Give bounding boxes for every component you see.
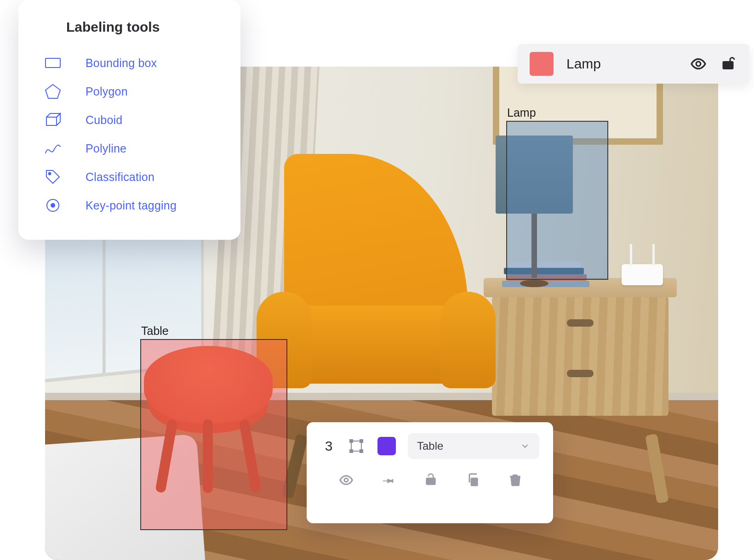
delete-button[interactable] bbox=[506, 471, 525, 489]
bbox-label: Table bbox=[141, 324, 169, 338]
polygon-icon bbox=[43, 82, 63, 101]
class-select[interactable]: Table bbox=[408, 433, 539, 459]
class-name: Lamp bbox=[566, 56, 677, 72]
lock-toggle[interactable] bbox=[720, 55, 737, 73]
tool-polyline[interactable]: Polyline bbox=[43, 134, 217, 163]
svg-rect-9 bbox=[350, 450, 353, 453]
tool-label: Key-point tagging bbox=[86, 199, 177, 212]
svg-marker-1 bbox=[46, 85, 60, 98]
class-select-value: Table bbox=[417, 440, 443, 453]
bounding-box-type-icon bbox=[347, 437, 366, 455]
svg-rect-12 bbox=[471, 478, 478, 486]
visibility-toggle[interactable] bbox=[690, 55, 707, 73]
bbox-label: Lamp bbox=[507, 106, 536, 119]
tool-polygon[interactable]: Polygon bbox=[43, 77, 217, 106]
svg-point-2 bbox=[49, 173, 51, 175]
tool-cuboid[interactable]: Cuboid bbox=[43, 106, 217, 134]
svg-rect-0 bbox=[46, 58, 60, 68]
tool-label: Cuboid bbox=[86, 113, 122, 127]
tool-keypoint[interactable]: Key-point tagging bbox=[43, 191, 217, 220]
svg-point-11 bbox=[344, 478, 348, 482]
svg-point-4 bbox=[51, 203, 55, 208]
cuboid-icon bbox=[43, 110, 63, 130]
scene-router bbox=[622, 264, 663, 285]
visibility-button[interactable] bbox=[337, 471, 355, 489]
chevron-down-icon bbox=[520, 441, 530, 451]
bbox-table[interactable]: Table bbox=[140, 339, 287, 530]
scene-armchair bbox=[257, 154, 496, 448]
bounding-box-icon bbox=[43, 53, 63, 73]
panel-title: Labeling tools bbox=[66, 19, 217, 35]
keypoint-icon bbox=[43, 196, 63, 215]
svg-point-5 bbox=[696, 62, 701, 66]
bbox-lamp[interactable]: Lamp bbox=[506, 121, 608, 280]
tool-label: Polyline bbox=[86, 142, 126, 155]
tool-classification[interactable]: Classification bbox=[43, 163, 217, 191]
instance-toolbar: 3 Table bbox=[307, 422, 553, 523]
lock-button[interactable] bbox=[422, 471, 440, 489]
tool-label: Bounding box bbox=[86, 57, 157, 70]
polyline-icon bbox=[43, 139, 63, 158]
classification-icon bbox=[43, 167, 63, 187]
labeling-tools-panel: Labeling tools Bounding box Polygon Cubo… bbox=[18, 0, 240, 240]
tool-bounding-box[interactable]: Bounding box bbox=[43, 49, 217, 77]
pin-button[interactable] bbox=[379, 471, 398, 489]
svg-rect-8 bbox=[360, 440, 363, 442]
class-chip[interactable]: Lamp bbox=[518, 44, 749, 84]
tool-label: Polygon bbox=[86, 85, 128, 98]
svg-rect-10 bbox=[360, 450, 363, 453]
instance-color-swatch[interactable] bbox=[377, 437, 396, 455]
instance-index: 3 bbox=[322, 438, 335, 454]
svg-rect-7 bbox=[350, 440, 353, 442]
copy-button[interactable] bbox=[464, 471, 482, 489]
tool-label: Classification bbox=[86, 170, 154, 184]
class-swatch bbox=[530, 52, 554, 76]
